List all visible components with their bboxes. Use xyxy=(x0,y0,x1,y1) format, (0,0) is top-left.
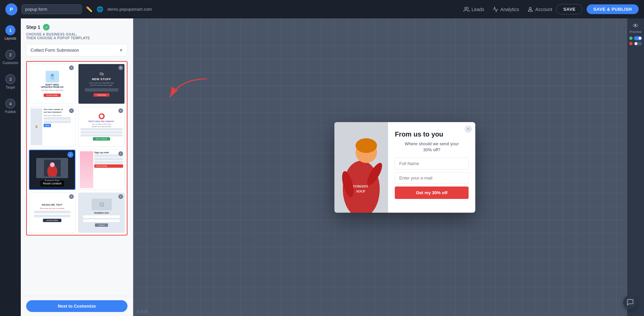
globe-icon: 🌐 xyxy=(97,6,103,12)
account-nav-item[interactable]: Account xyxy=(527,6,552,12)
template-5-image xyxy=(36,158,68,178)
account-label: Account xyxy=(535,7,552,12)
template-8-image: 🖼 xyxy=(92,199,112,210)
main-body: 1 Layouts 2 Customize 3 Target 4 Publish… xyxy=(0,18,644,316)
template-close-icon-8[interactable]: × xyxy=(118,194,123,199)
svg-point-3 xyxy=(51,74,54,77)
template-card-4[interactable]: × ⭕ Don't miss the chance! Join us today… xyxy=(78,107,125,147)
template-1-image xyxy=(46,71,59,83)
version-text: v1.3.29 xyxy=(137,310,148,313)
goal-dropdown[interactable]: Collect Form Submission ▼ xyxy=(26,44,127,56)
template-close-icon-4[interactable]: × xyxy=(118,108,123,113)
step-3-item[interactable]: 3 Target xyxy=(5,74,15,89)
chat-button[interactable] xyxy=(623,295,637,309)
template-check-icon-5: ✓ xyxy=(67,152,73,158)
template-7-field-2 xyxy=(34,215,70,217)
toggle-handle-2 xyxy=(635,42,637,45)
template-close-icon-7[interactable]: × xyxy=(69,194,74,199)
step-2-item[interactable]: 2 Customize xyxy=(2,50,18,65)
toggle-row-1 xyxy=(627,36,644,40)
template-4-field-2 xyxy=(80,131,122,134)
edit-icon[interactable]: ✏️ xyxy=(86,6,93,12)
header-nav: Leads Analytics Account xyxy=(464,6,552,12)
template-3-name-field xyxy=(44,117,71,120)
steps-sidebar: 1 Layouts 2 Customize 3 Target 4 Publish xyxy=(0,18,21,316)
template-card-7[interactable]: × HEADLINE TEXT Write some text here to … xyxy=(29,193,75,233)
toggle-switch-1[interactable] xyxy=(634,36,642,40)
preview-button[interactable]: 👁 Preview xyxy=(630,22,642,34)
preview-label: Preview xyxy=(630,30,642,34)
template-card-1[interactable]: × DON'T MISSUPDATES FROM US Get 15% off … xyxy=(29,64,75,104)
template-3-btn: SEND xyxy=(44,124,51,127)
site-url: demo.popupsmart.com xyxy=(107,7,152,12)
template-close-icon-6[interactable]: × xyxy=(118,151,123,156)
template-close-icon-1[interactable]: × xyxy=(69,65,74,70)
template-4-field-3 xyxy=(80,134,122,137)
template-3-image: 🪑 xyxy=(31,108,42,145)
template-3-content: Get a free sample ofour best shampoo! En… xyxy=(44,108,74,145)
popup-person-image: TOMATO SOUP xyxy=(334,122,388,213)
template-2-subtitle: Sign up for our newsletter andget 15% of… xyxy=(89,82,114,87)
next-to-customize-button[interactable]: Next to Customize xyxy=(26,300,127,312)
svg-text:SOUP: SOUP xyxy=(356,190,365,193)
step-3-label: Target xyxy=(6,86,15,89)
popup-image-side: TOMATO SOUP xyxy=(334,122,388,213)
template-2-btn: Subscribe xyxy=(94,93,109,97)
templates-container: × DON'T MISSUPDATES FROM US Get 15% off … xyxy=(26,61,127,235)
popup-close-button[interactable]: × xyxy=(465,125,472,133)
toggle-dot-green xyxy=(629,37,633,40)
svg-point-0 xyxy=(465,7,467,9)
template-4-icon: ⭕ xyxy=(98,113,105,119)
template-8-title: Headline text xyxy=(94,212,109,214)
svg-point-1 xyxy=(529,7,531,9)
reset-content-button[interactable]: Reset content xyxy=(40,180,64,187)
step-check-icon: ✓ xyxy=(43,24,50,31)
template-2-inner: 🛍 NEW STUFF Sign up for our newsletter a… xyxy=(78,64,124,104)
step-1-circle: 1 xyxy=(5,25,15,35)
template-card-3[interactable]: × 🪑 Get a free sample ofour best shampoo… xyxy=(29,107,75,147)
right-panel: 👁 Preview xyxy=(627,18,644,316)
template-3-email-field xyxy=(44,120,71,123)
popup-modal: TOMATO SOUP × From us to you Where shoul… xyxy=(334,122,475,213)
toggle-switch-2[interactable] xyxy=(634,42,642,46)
svg-rect-4 xyxy=(50,78,55,78)
template-2-input xyxy=(85,88,118,92)
save-publish-button[interactable]: SAVE & PUBLISH xyxy=(587,4,639,14)
panel-content: Step 1 ✓ CHOOSE A BUSINESS GOAL,THEN CHO… xyxy=(21,18,133,296)
panel-step-title: Step 1 xyxy=(26,24,40,30)
toggle-group xyxy=(627,36,644,46)
toggle-dot-red xyxy=(629,42,633,45)
template-7-btn: SUBSCRIBE xyxy=(43,219,61,222)
step-4-item[interactable]: 4 Publish xyxy=(5,99,16,114)
template-4-inner: ⭕ Don't miss the chance! Join us today &… xyxy=(78,107,124,147)
popup-fullname-input[interactable] xyxy=(395,158,469,169)
analytics-nav-item[interactable]: Analytics xyxy=(492,6,519,12)
template-card-6[interactable]: × Sign up now! SUBSCRIBE xyxy=(78,150,125,190)
template-close-icon-2[interactable]: × xyxy=(118,65,123,70)
header: P ✏️ 🌐 demo.popupsmart.com Leads Analyti… xyxy=(0,0,644,18)
template-3-text: Enter your details below xyxy=(44,114,74,117)
template-6-field-2 xyxy=(94,158,123,160)
templates-grid: × DON'T MISSUPDATES FROM US Get 15% off … xyxy=(29,64,125,233)
template-8-field-2 xyxy=(83,219,120,222)
svg-rect-5 xyxy=(51,79,54,80)
template-7-inner: HEADLINE TEXT Write some text here to co… xyxy=(29,193,75,232)
toggle-row-2 xyxy=(627,42,644,46)
template-card-8[interactable]: × 🖼 Headline text Submit xyxy=(78,193,125,233)
template-2-icon: 🛍 xyxy=(99,71,104,76)
popup-cta-button[interactable]: Get my 30% off xyxy=(395,187,469,199)
template-8-btn: Submit xyxy=(95,223,108,227)
leads-label: Leads xyxy=(472,7,484,12)
template-close-icon-3[interactable]: × xyxy=(69,108,74,113)
project-name-input[interactable] xyxy=(21,4,82,14)
popup-image-placeholder: TOMATO SOUP xyxy=(334,122,388,213)
template-card-5[interactable]: ✓ Summer Sale Reset content xyxy=(29,150,75,190)
svg-point-14 xyxy=(356,138,377,153)
template-card-2[interactable]: × 🛍 NEW STUFF Sign up for our newsletter… xyxy=(78,64,125,104)
template-3-inner: 🪑 Get a free sample ofour best shampoo! … xyxy=(29,107,75,147)
leads-nav-item[interactable]: Leads xyxy=(464,6,484,12)
popup-email-input[interactable] xyxy=(395,172,469,184)
step-2-circle: 2 xyxy=(5,50,15,60)
step-1-item[interactable]: 1 Layouts xyxy=(4,25,16,40)
save-button[interactable]: SAVE xyxy=(556,4,582,14)
